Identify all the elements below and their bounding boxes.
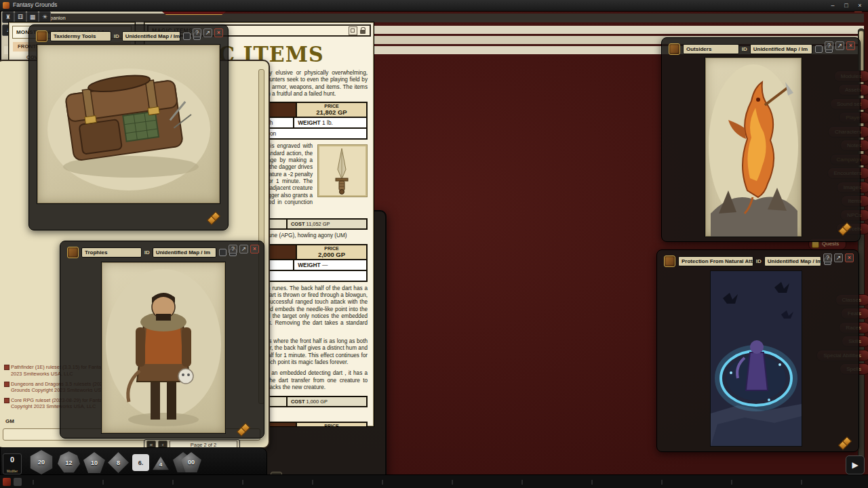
- export-icon[interactable]: [349, 26, 357, 35]
- image-title-field[interactable]: Taxidermy Tools: [50, 31, 111, 41]
- eye-icon[interactable]: [219, 249, 226, 256]
- d20-die[interactable]: 20: [29, 450, 54, 474]
- weight-label: WEIGHT: [298, 262, 321, 268]
- close-icon[interactable]: ×: [845, 253, 854, 262]
- cost-label: COST: [291, 221, 305, 227]
- trophies-window: ? ↗ × Trophies ID Unidentified Map / Im: [60, 241, 264, 439]
- hotkey-slot[interactable]: [661, 480, 663, 485]
- close-icon[interactable]: ×: [214, 28, 223, 37]
- hotkey-slot[interactable]: [731, 480, 732, 485]
- hotkey-slot[interactable]: [172, 480, 174, 485]
- resize-grip[interactable]: [238, 424, 249, 435]
- weight-label: WEIGHT: [298, 119, 321, 126]
- d12-die[interactable]: 12: [58, 451, 80, 474]
- window-titlebar: Fantasy Grounds – □ ×: [0, 0, 868, 12]
- image-id-field[interactable]: Unidentified Map / Im: [122, 31, 180, 41]
- hotkey-slot[interactable]: [33, 480, 34, 485]
- resize-grip[interactable]: [840, 224, 850, 235]
- minimize-button[interactable]: –: [827, 1, 838, 9]
- hotkey-slot[interactable]: [242, 480, 243, 485]
- d8-die[interactable]: 8: [108, 452, 129, 473]
- image-id-field[interactable]: Unidentified Map / Im: [764, 256, 821, 266]
- image-title-field[interactable]: Trophies: [81, 247, 142, 258]
- help-icon[interactable]: ?: [825, 41, 833, 50]
- eye-icon[interactable]: [183, 33, 191, 40]
- hotkey-slot[interactable]: [312, 480, 313, 485]
- gm-label: GM: [5, 418, 14, 424]
- close-button[interactable]: ×: [854, 1, 865, 9]
- app-title: Fantasy Grounds: [13, 1, 57, 8]
- d10-die[interactable]: 10: [83, 452, 105, 473]
- cost-label: COST: [291, 399, 305, 405]
- d4-die[interactable]: 4: [153, 455, 169, 471]
- hotkey-slot[interactable]: [382, 480, 383, 485]
- hotkey-slot[interactable]: [452, 480, 453, 485]
- dice-tray: 0 Modifier 20 12 10 8 6. 4 00: [0, 447, 267, 476]
- app-icon: [3, 2, 9, 9]
- price-label: PRICE: [298, 424, 365, 427]
- trophies-artwork[interactable]: [101, 262, 226, 434]
- close-icon[interactable]: ×: [846, 41, 855, 50]
- d6-die[interactable]: 6.: [132, 454, 149, 471]
- hotkey-slot-icon[interactable]: [14, 478, 22, 486]
- hotkey-slot[interactable]: [521, 480, 523, 485]
- outsiders-window: ? ↗ × Outsiders ID Unidentified Map / Im: [661, 37, 861, 242]
- fg-logo-icon[interactable]: [3, 478, 11, 486]
- outsiders-artwork[interactable]: [705, 57, 802, 237]
- module-icon: [664, 256, 675, 267]
- lock-icon[interactable]: [360, 27, 366, 35]
- hotkey-bar: [0, 474, 868, 488]
- id-label: ID: [756, 258, 762, 264]
- module-icon: [36, 30, 47, 42]
- close-icon[interactable]: ×: [250, 245, 259, 253]
- image-title-field[interactable]: Protection From Natural Attack: [678, 256, 753, 266]
- eye-icon[interactable]: [815, 45, 823, 53]
- price-value: 2,000 GP: [298, 251, 365, 258]
- modifier-box[interactable]: 0 Modifier: [3, 453, 22, 474]
- help-icon[interactable]: ?: [193, 28, 201, 37]
- protection-window: ? ↗ × Protection From Natural Attack ID …: [656, 249, 859, 452]
- help-icon[interactable]: ?: [823, 253, 832, 262]
- play-button[interactable]: ▶: [846, 455, 865, 474]
- id-label: ID: [114, 33, 119, 39]
- id-label: ID: [144, 249, 150, 256]
- module-icon: [67, 247, 79, 258]
- weight-value: 1 lb.: [322, 119, 333, 126]
- help-icon[interactable]: ?: [229, 245, 237, 253]
- popout-icon[interactable]: ↗: [835, 41, 844, 50]
- modifier-value: 0: [3, 455, 21, 464]
- cost-value: 11,052 GP: [307, 221, 330, 227]
- price-value: 21,802 GP: [298, 109, 365, 116]
- module-icon: [669, 43, 680, 55]
- maximize-button[interactable]: □: [841, 1, 852, 9]
- image-id-field[interactable]: Unidentified Map / Im: [750, 44, 812, 54]
- popout-icon[interactable]: ↗: [203, 28, 212, 37]
- popout-icon[interactable]: ↗: [239, 245, 248, 253]
- id-label: ID: [742, 46, 747, 52]
- cost-value: 1,000 GP: [307, 399, 328, 405]
- hotkey-slot[interactable]: [591, 480, 593, 485]
- taxidermy-tools-window: ? ↗ × Taxidermy Tools ID Unidentified Ma…: [28, 24, 229, 230]
- popout-icon[interactable]: ↗: [834, 253, 843, 262]
- hotkey-slot[interactable]: [102, 480, 104, 485]
- resize-grip[interactable]: [840, 438, 850, 449]
- dagger-artwork[interactable]: [317, 144, 368, 197]
- taxidermy-tools-artwork[interactable]: [37, 44, 220, 204]
- weight-value: —: [322, 262, 328, 268]
- modifier-label: Modifier: [3, 470, 21, 473]
- image-title-field[interactable]: Outsiders: [683, 44, 739, 54]
- resize-grip[interactable]: [208, 213, 219, 224]
- image-id-field[interactable]: Unidentified Map / Im: [153, 247, 216, 258]
- protection-artwork[interactable]: [710, 270, 802, 447]
- hotkey-slot[interactable]: [801, 480, 802, 485]
